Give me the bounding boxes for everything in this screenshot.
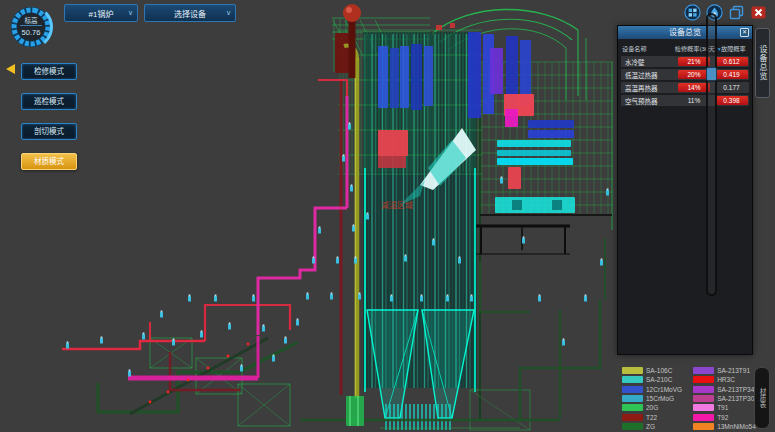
legend-label: 15CrMoG — [646, 395, 674, 402]
layers-icon[interactable] — [728, 4, 745, 21]
elevation-gauge: 标高 50.76 — [7, 3, 55, 51]
legend-swatch — [693, 423, 714, 430]
legend-item: T92 — [693, 412, 758, 421]
legend-swatch — [622, 423, 643, 430]
legend-swatch — [693, 404, 714, 411]
legend-swatch — [622, 404, 643, 411]
legend-label: SA-106C — [646, 367, 672, 374]
dashboard-icon[interactable] — [684, 4, 701, 21]
legend-item: T91 — [693, 403, 758, 412]
mode-button-group: 检修模式巡检模式剖切模式材质模式 — [21, 63, 77, 170]
legend-item: SA-213T91 — [693, 366, 758, 375]
col-device-name: 设备名称 — [622, 44, 675, 53]
fault-probability-value: 0.612 — [716, 57, 748, 66]
gauge-value: 50.76 — [7, 28, 55, 37]
mode-button-1[interactable]: 巡检模式 — [21, 93, 77, 110]
legend-label: SA-213TP347 — [717, 386, 758, 393]
legend-item: SA-106C — [622, 366, 682, 375]
device-name: 水冷壁 — [621, 57, 673, 67]
legend-label: HR3C — [717, 376, 735, 383]
legend-swatch — [622, 376, 643, 383]
boiler-select-value: #1锅炉 — [89, 8, 114, 19]
device-name: 高温再热器 — [621, 83, 673, 93]
gauge-divider — [20, 25, 42, 26]
fault-probability-value: 0.177 — [723, 84, 739, 91]
legend-label: 20G — [646, 404, 658, 411]
legend-label: 12Cr1MoVG — [646, 386, 682, 393]
tab-material-legend[interactable]: 材质表 — [754, 367, 770, 429]
tab-device-overview-label: 设备总览 — [757, 45, 768, 81]
legend-column-right: SA-213T91HR3CSA-213TP347SA-213TP304T91T9… — [693, 366, 758, 431]
maintenance-probability-value: 11% — [688, 97, 701, 104]
elevation-slider[interactable] — [706, 13, 717, 296]
legend-swatch — [622, 414, 643, 421]
legend-label: SA-213TP304 — [717, 395, 758, 402]
legend-label: T92 — [717, 414, 728, 421]
legend-swatch — [622, 395, 643, 402]
legend-swatch — [693, 395, 714, 402]
chevron-down-icon: ∨ — [128, 9, 133, 17]
slider-thumb[interactable] — [706, 67, 717, 81]
table-row[interactable]: 低温过热器20%0.419 — [621, 69, 749, 80]
tab-material-legend-label: 材质表 — [757, 388, 767, 408]
gauge-label: 标高 — [7, 15, 55, 25]
legend-label: ZG — [646, 423, 655, 430]
legend-item: 20G — [622, 403, 682, 412]
panel-title: 设备总览 — [669, 28, 701, 37]
legend-item: 15CrMoG — [622, 394, 682, 403]
panel-close-icon[interactable]: ✕ — [740, 28, 749, 37]
legend-label: SA-213T91 — [717, 367, 750, 374]
legend-item: ZG — [622, 422, 682, 431]
device-select-dropdown[interactable]: 选择设备 ∨ — [144, 4, 236, 22]
mode-button-3[interactable]: 材质模式 — [21, 153, 77, 170]
close-icon[interactable] — [750, 4, 767, 21]
device-table: 水冷壁21%0.612低温过热器20%0.419高温再热器14%0.177空气预… — [618, 56, 752, 106]
legend-item: SA-213TP347 — [693, 385, 758, 394]
fault-probability-value: 0.419 — [716, 70, 748, 79]
legend-label: T22 — [646, 414, 657, 421]
chevron-down-icon: ∨ — [226, 9, 231, 17]
boiler-select-dropdown[interactable]: #1锅炉 ∨ — [64, 4, 138, 22]
device-name: 低温过热器 — [621, 70, 673, 80]
top-icon-bar — [684, 4, 767, 21]
device-name: 空气预热器 — [621, 96, 673, 106]
gauge-ring-icon — [7, 3, 55, 51]
legend-label: SA-210C — [646, 376, 672, 383]
legend-swatch — [693, 386, 714, 393]
legend-swatch — [622, 386, 643, 393]
table-row[interactable]: 空气预热器11%0.398 — [621, 95, 749, 106]
device-select-value: 选择设备 — [174, 8, 206, 19]
fault-probability-value: 0.398 — [716, 96, 748, 105]
table-header-row: 设备名称 检修概率(30天)▼ 故障概率 — [618, 44, 752, 53]
furnace-area-label: 减温区域 — [381, 200, 413, 210]
panel-header[interactable]: 设备总览 ✕ — [618, 26, 752, 39]
device-overview-panel: 设备总览 ✕ 设备名称 检修概率(30天)▼ 故障概率 水冷壁21%0.612低… — [617, 25, 753, 355]
legend-item: 12Cr1MoVG — [622, 385, 682, 394]
tab-device-overview[interactable]: 设备总览 — [755, 28, 770, 98]
col-fault-probability: 故障概率 — [719, 44, 748, 53]
legend-item: SA-213TP304 — [693, 394, 758, 403]
table-row[interactable]: 水冷壁21%0.612 — [621, 56, 749, 67]
legend-swatch — [693, 367, 714, 374]
legend-swatch — [622, 367, 643, 374]
legend-item: HR3C — [693, 375, 758, 384]
material-legend: SA-106CSA-210C12Cr1MoVG15CrMoG20GT22ZG S… — [622, 366, 758, 431]
legend-label: T91 — [717, 404, 728, 411]
legend-item: T22 — [622, 412, 682, 421]
legend-label: 13MnNiMo54 — [717, 423, 756, 430]
3d-viewport[interactable]: 减温区域 标高 50.76 #1锅炉 ∨ 选择设备 ∨ 检修模式巡检模式剖切模式… — [0, 0, 775, 432]
legend-item: 13MnNiMo54 — [693, 422, 758, 431]
table-row[interactable]: 高温再热器14%0.177 — [621, 82, 749, 93]
mode-button-2[interactable]: 剖切模式 — [21, 123, 77, 140]
legend-column-left: SA-106CSA-210C12Cr1MoVG15CrMoG20GT22ZG — [622, 366, 682, 431]
legend-item: SA-210C — [622, 375, 682, 384]
legend-swatch — [693, 414, 714, 421]
legend-swatch — [693, 376, 714, 383]
mode-button-0[interactable]: 检修模式 — [21, 63, 77, 80]
collapse-arrow-icon[interactable] — [6, 64, 15, 74]
